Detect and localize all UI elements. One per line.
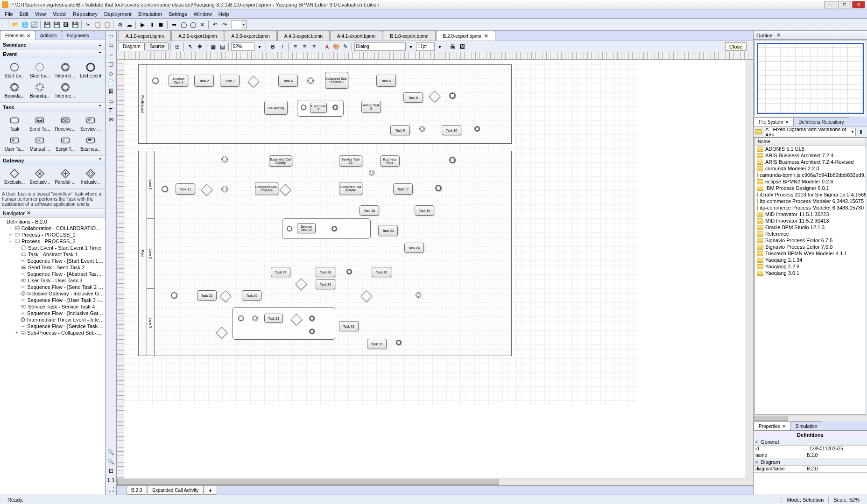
copy-icon[interactable]: 📋 [93,21,102,29]
task-node[interactable]: Task 6 [376,75,396,87]
subprocess-node[interactable]: Collapsed Sub-Process [255,182,278,195]
task-node[interactable]: Task 31 [264,314,283,323]
vt-zoomin-icon[interactable]: 🔍 [107,448,115,456]
fill-color-icon[interactable]: 🎨 [332,42,340,51]
new-icon[interactable]: 📄 [2,21,10,29]
horizontal-scrollbar[interactable] [117,478,753,485]
folder-item[interactable]: MID Innovator 11.5.2.30413 [755,217,866,224]
right-tab[interactable]: Definitions Repository [793,117,849,126]
menu-deployment[interactable]: Deployment [101,10,134,18]
menu-simulation[interactable]: Simulation [135,10,165,18]
end-event[interactable] [396,340,402,345]
save-all-icon[interactable]: 💾 [71,21,79,29]
start-event[interactable] [171,292,177,299]
palette-section-gateway[interactable]: Gateway⌃ [0,156,105,165]
menu-window[interactable]: Window [191,10,215,18]
pan-icon[interactable]: ✥ [196,42,204,51]
redo-icon[interactable]: ↷ [220,21,229,29]
end-event[interactable] [346,269,352,274]
tree-node[interactable]: +Sub-Process - Collapsed Sub-Proce [1,329,104,336]
token2-icon[interactable]: ◯ [189,21,197,29]
folder-item[interactable]: Yaoqiang 2.1.34 [755,257,866,263]
vt-text-icon[interactable]: T [107,106,115,115]
folder-item[interactable]: itp-commerce Process Modeler 6.3442.1567… [755,198,866,204]
italic-icon[interactable]: I [278,42,286,51]
folder-item[interactable]: Trisotech BPMN Web Modeler 4.1.1 [755,250,866,257]
start-event[interactable] [287,226,292,231]
task-node[interactable]: Task 25 [197,290,217,301]
tab-artifacts[interactable]: Artifacts [35,31,62,40]
tree-node[interactable]: Send Task - Send Task 2 [1,264,104,271]
folder-item[interactable]: camunda Modeler 2.2.0 [755,165,866,172]
task-node[interactable]: Task 2 [194,75,214,87]
end-event[interactable] [309,329,315,334]
tree-expander[interactable]: + [14,330,19,335]
tab-close-icon[interactable]: ✕ [484,33,488,39]
close-diagram-button[interactable]: Close [725,42,747,51]
property-value[interactable]: B.2.0 [805,466,867,472]
menu-model[interactable]: Model [49,10,69,18]
task-node[interactable]: Task 17 [393,183,413,195]
vt-gateway-icon[interactable]: ◇ [107,69,115,77]
folder-item[interactable]: IBM Process Designer 8.0.1 [755,185,866,191]
palette-section-task[interactable]: Task⌃ [0,103,105,112]
intermediate-event[interactable] [252,315,258,321]
palette-item[interactable]: Script T... [53,133,78,154]
open-url-icon[interactable]: 🌐 [21,21,29,29]
guide-icon[interactable]: ▤ [218,42,226,51]
vt-zoomfit-icon[interactable]: ⊡ [107,467,115,475]
lane-3-header[interactable]: Lane 3 [147,289,155,357]
property-row[interactable]: id_1385011202525 [754,446,867,452]
palette-item[interactable]: User Ta... [2,133,27,154]
intermediate-event[interactable] [419,126,425,132]
bold-icon[interactable]: B [268,42,277,51]
task-node[interactable]: User Task 7 [310,103,327,113]
folder-item[interactable]: Signavio Process Editor 6.7.5 [755,237,866,244]
task-node[interactable]: Abstract Task 1 [169,75,188,87]
expanded-subprocess[interactable] [233,307,335,340]
fontsize-dropdown-icon[interactable]: ▾ [436,42,444,51]
task-node[interactable]: Task 24 [404,243,424,253]
start-event[interactable] [162,186,168,192]
snap-icon[interactable]: ▦ [209,42,217,51]
palette-item[interactable]: Busines... [78,133,103,154]
lane-1-header[interactable]: Lane 1 [147,151,155,219]
outline-close-icon[interactable]: ✕ [776,32,781,38]
call-activity-node[interactable]: Collapsed Call Activity [339,182,362,195]
tree-node[interactable]: -Process - PROCESS_2 [1,238,104,245]
token-icon[interactable]: ◯ [179,21,188,29]
stop-icon[interactable]: ⏹ [157,21,165,29]
intermediate-event[interactable] [221,186,228,192]
intermediate-event[interactable] [369,170,374,175]
folder-item[interactable]: ADONIS 5.1 UL5 [755,146,866,152]
save-png-icon[interactable]: 🖼 [62,21,70,29]
tree-node[interactable]: +Collaboration - COLLABORATION_1 [1,225,104,231]
task-node[interactable]: Task 33 [367,339,387,349]
tree-node[interactable]: Sequence Flow - [Start Event 1 Time [1,258,104,264]
end-event[interactable] [449,157,456,163]
palette-item[interactable]: Parallel ... [53,167,78,187]
palette-item[interactable]: Bounda... [27,80,52,100]
vt-lane-icon[interactable]: ▭ [107,41,115,49]
palette-item[interactable]: Exclusiv... [27,167,52,187]
folder-item[interactable]: iGrafx Process 2013 for Six Sigma 15.0.4… [755,191,866,198]
vt-task-icon[interactable]: ▢ [107,60,115,68]
reload-icon[interactable]: 🔄 [30,21,38,29]
print-icon[interactable]: 🖶 [449,42,457,51]
outline-thumbnail[interactable] [754,41,866,116]
tab-fragments[interactable]: Fragments [62,31,94,40]
diagram-view-button[interactable]: Diagram [119,42,145,50]
vt-pool-icon[interactable]: ▭ [107,32,115,40]
tree-node[interactable]: Sequence Flow - [Inclusive Gateway [1,310,104,316]
lane-2-header[interactable]: Lane 2 [147,219,155,289]
vt-group-icon[interactable]: ▭ [107,97,115,105]
bottom-tab[interactable]: B.2.0 [126,486,147,495]
export-icon[interactable]: 🖼 [458,42,466,51]
intermediate-event[interactable] [307,77,314,84]
task-node[interactable]: Task 19 [415,205,434,216]
task-node[interactable]: Task 4 [278,75,298,87]
save-as-icon[interactable]: 💾 [52,21,61,29]
align-right-icon[interactable]: ≡ [310,42,318,51]
task-node[interactable]: Task 32 [339,321,359,331]
tree-node[interactable]: +Process - PROCESS_1 [1,231,104,238]
